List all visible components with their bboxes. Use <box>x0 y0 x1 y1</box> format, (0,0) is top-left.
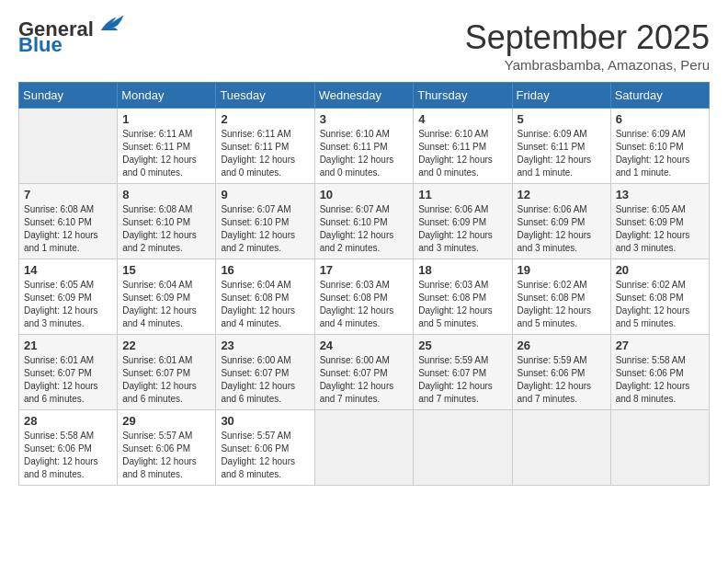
day-info: Sunrise: 6:02 AM Sunset: 6:08 PM Dayligh… <box>616 279 704 330</box>
location-subtitle: Yambrasbamba, Amazonas, Peru <box>465 57 710 73</box>
day-info: Sunrise: 6:09 AM Sunset: 6:10 PM Dayligh… <box>616 128 704 179</box>
day-info: Sunrise: 6:03 AM Sunset: 6:08 PM Dayligh… <box>320 279 409 330</box>
calendar-cell: 29Sunrise: 5:57 AM Sunset: 6:06 PM Dayli… <box>118 410 216 486</box>
day-info: Sunrise: 6:11 AM Sunset: 6:11 PM Dayligh… <box>122 128 210 179</box>
calendar-cell: 12Sunrise: 6:06 AM Sunset: 6:09 PM Dayli… <box>512 184 610 259</box>
day-number: 18 <box>418 263 506 277</box>
day-info: Sunrise: 6:03 AM Sunset: 6:08 PM Dayligh… <box>418 279 506 330</box>
day-number: 5 <box>518 112 606 126</box>
calendar-cell: 8Sunrise: 6:08 AM Sunset: 6:10 PM Daylig… <box>118 184 216 259</box>
calendar-cell: 5Sunrise: 6:09 AM Sunset: 6:11 PM Daylig… <box>512 109 610 184</box>
day-number: 12 <box>518 188 606 201</box>
day-number: 16 <box>221 263 309 277</box>
page-header: General Blue September 2025 Yambrasbamba… <box>18 18 710 73</box>
day-number: 23 <box>221 339 309 352</box>
calendar-cell: 13Sunrise: 6:05 AM Sunset: 6:09 PM Dayli… <box>610 184 709 259</box>
day-info: Sunrise: 5:59 AM Sunset: 6:07 PM Dayligh… <box>418 354 506 406</box>
day-number: 20 <box>616 263 704 277</box>
day-number: 6 <box>616 112 704 126</box>
day-number: 28 <box>24 414 112 428</box>
calendar-cell: 20Sunrise: 6:02 AM Sunset: 6:08 PM Dayli… <box>610 259 709 335</box>
day-number: 13 <box>616 188 704 201</box>
day-number: 24 <box>320 339 409 352</box>
logo-bird-icon <box>97 14 127 34</box>
day-number: 26 <box>518 339 606 352</box>
day-info: Sunrise: 6:04 AM Sunset: 6:08 PM Dayligh… <box>221 279 309 330</box>
day-of-week-header: Saturday <box>610 83 709 109</box>
calendar-cell: 22Sunrise: 6:01 AM Sunset: 6:07 PM Dayli… <box>118 335 216 410</box>
day-number: 29 <box>122 414 210 428</box>
day-number: 1 <box>122 112 210 126</box>
calendar-cell: 17Sunrise: 6:03 AM Sunset: 6:08 PM Dayli… <box>314 259 414 335</box>
day-number: 4 <box>418 112 506 126</box>
calendar-week-row: 14Sunrise: 6:05 AM Sunset: 6:09 PM Dayli… <box>19 259 710 335</box>
day-info: Sunrise: 5:58 AM Sunset: 6:06 PM Dayligh… <box>24 430 112 481</box>
day-info: Sunrise: 5:58 AM Sunset: 6:06 PM Dayligh… <box>616 354 704 406</box>
day-info: Sunrise: 6:08 AM Sunset: 6:10 PM Dayligh… <box>24 203 112 255</box>
day-number: 10 <box>320 188 409 201</box>
calendar-cell: 25Sunrise: 5:59 AM Sunset: 6:07 PM Dayli… <box>414 335 512 410</box>
day-number: 11 <box>418 188 506 201</box>
calendar-cell <box>414 410 512 486</box>
calendar-cell: 1Sunrise: 6:11 AM Sunset: 6:11 PM Daylig… <box>118 109 216 184</box>
day-info: Sunrise: 6:07 AM Sunset: 6:10 PM Dayligh… <box>320 203 409 255</box>
calendar-cell: 19Sunrise: 6:02 AM Sunset: 6:08 PM Dayli… <box>512 259 610 335</box>
day-number: 14 <box>24 263 112 277</box>
day-info: Sunrise: 6:04 AM Sunset: 6:09 PM Dayligh… <box>122 279 210 330</box>
calendar-cell: 3Sunrise: 6:10 AM Sunset: 6:11 PM Daylig… <box>314 109 414 184</box>
calendar-cell: 27Sunrise: 5:58 AM Sunset: 6:06 PM Dayli… <box>610 335 709 410</box>
calendar-cell: 4Sunrise: 6:10 AM Sunset: 6:11 PM Daylig… <box>414 109 512 184</box>
day-info: Sunrise: 6:05 AM Sunset: 6:09 PM Dayligh… <box>24 279 112 330</box>
calendar-cell: 7Sunrise: 6:08 AM Sunset: 6:10 PM Daylig… <box>19 184 118 259</box>
calendar-cell: 18Sunrise: 6:03 AM Sunset: 6:08 PM Dayli… <box>414 259 512 335</box>
day-of-week-header: Monday <box>118 83 216 109</box>
calendar-header-row: SundayMondayTuesdayWednesdayThursdayFrid… <box>19 83 710 109</box>
calendar-cell: 24Sunrise: 6:00 AM Sunset: 6:07 PM Dayli… <box>314 335 414 410</box>
day-number: 9 <box>221 188 309 201</box>
calendar-cell <box>610 410 709 486</box>
day-info: Sunrise: 6:08 AM Sunset: 6:10 PM Dayligh… <box>122 203 210 255</box>
day-info: Sunrise: 6:05 AM Sunset: 6:09 PM Dayligh… <box>616 203 704 255</box>
day-number: 7 <box>24 188 112 201</box>
calendar-cell: 2Sunrise: 6:11 AM Sunset: 6:11 PM Daylig… <box>216 109 314 184</box>
calendar-cell: 30Sunrise: 5:57 AM Sunset: 6:06 PM Dayli… <box>216 410 314 486</box>
day-of-week-header: Tuesday <box>216 83 314 109</box>
day-of-week-header: Sunday <box>19 83 118 109</box>
day-of-week-header: Thursday <box>414 83 512 109</box>
day-number: 27 <box>616 339 704 352</box>
calendar-cell: 9Sunrise: 6:07 AM Sunset: 6:10 PM Daylig… <box>216 184 314 259</box>
logo-blue: Blue <box>18 33 63 56</box>
calendar-week-row: 1Sunrise: 6:11 AM Sunset: 6:11 PM Daylig… <box>19 109 710 184</box>
day-number: 22 <box>122 339 210 352</box>
day-info: Sunrise: 5:57 AM Sunset: 6:06 PM Dayligh… <box>122 430 210 481</box>
calendar-cell <box>19 109 118 184</box>
title-section: September 2025 Yambrasbamba, Amazonas, P… <box>465 18 710 73</box>
day-info: Sunrise: 6:10 AM Sunset: 6:11 PM Dayligh… <box>320 128 409 179</box>
calendar-cell: 6Sunrise: 6:09 AM Sunset: 6:10 PM Daylig… <box>610 109 709 184</box>
day-number: 8 <box>122 188 210 201</box>
day-of-week-header: Wednesday <box>314 83 414 109</box>
day-number: 2 <box>221 112 309 126</box>
calendar-week-row: 7Sunrise: 6:08 AM Sunset: 6:10 PM Daylig… <box>19 184 710 259</box>
day-info: Sunrise: 6:06 AM Sunset: 6:09 PM Dayligh… <box>418 203 506 255</box>
calendar-cell <box>314 410 414 486</box>
logo: General Blue <box>18 18 127 57</box>
day-info: Sunrise: 6:00 AM Sunset: 6:07 PM Dayligh… <box>320 354 409 406</box>
day-info: Sunrise: 6:01 AM Sunset: 6:07 PM Dayligh… <box>122 354 210 406</box>
calendar-cell <box>512 410 610 486</box>
day-info: Sunrise: 5:59 AM Sunset: 6:06 PM Dayligh… <box>518 354 606 406</box>
day-info: Sunrise: 5:57 AM Sunset: 6:06 PM Dayligh… <box>221 430 309 481</box>
day-info: Sunrise: 6:01 AM Sunset: 6:07 PM Dayligh… <box>24 354 112 406</box>
calendar-table: SundayMondayTuesdayWednesdayThursdayFrid… <box>18 82 710 486</box>
calendar-cell: 26Sunrise: 5:59 AM Sunset: 6:06 PM Dayli… <box>512 335 610 410</box>
day-number: 3 <box>320 112 409 126</box>
day-info: Sunrise: 6:09 AM Sunset: 6:11 PM Dayligh… <box>518 128 606 179</box>
calendar-cell: 11Sunrise: 6:06 AM Sunset: 6:09 PM Dayli… <box>414 184 512 259</box>
calendar-cell: 28Sunrise: 5:58 AM Sunset: 6:06 PM Dayli… <box>19 410 118 486</box>
day-number: 19 <box>518 263 606 277</box>
calendar-cell: 21Sunrise: 6:01 AM Sunset: 6:07 PM Dayli… <box>19 335 118 410</box>
day-number: 15 <box>122 263 210 277</box>
day-info: Sunrise: 6:07 AM Sunset: 6:10 PM Dayligh… <box>221 203 309 255</box>
calendar-cell: 23Sunrise: 6:00 AM Sunset: 6:07 PM Dayli… <box>216 335 314 410</box>
calendar-cell: 16Sunrise: 6:04 AM Sunset: 6:08 PM Dayli… <box>216 259 314 335</box>
